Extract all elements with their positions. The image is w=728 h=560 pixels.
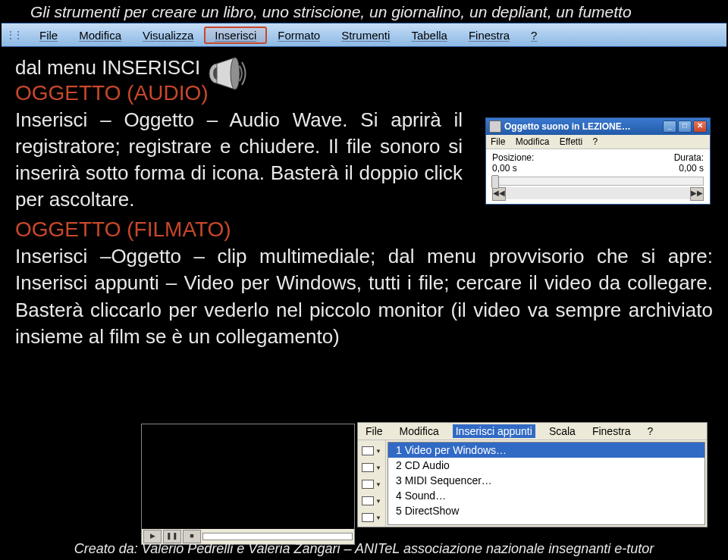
insert-window-toolbar: ▼ ▼ ▼ ▼ ▼ xyxy=(358,440,386,527)
video-seek-slider[interactable] xyxy=(202,533,353,540)
heading-oggetto-audio: OGGETTO (AUDIO) xyxy=(15,81,713,105)
minimize-button[interactable]: _ xyxy=(663,120,676,133)
iw-menu-file[interactable]: File xyxy=(362,424,386,438)
menuitem-help[interactable]: ? xyxy=(520,27,548,43)
value-posizione: 0,00 s xyxy=(492,163,517,174)
tool-rect-1[interactable]: ▼ xyxy=(362,443,381,458)
dropdown-arrow-icon: ▼ xyxy=(375,448,381,455)
insert-appunti-window: File Modifica Inserisci appunti Scala Fi… xyxy=(357,422,708,527)
iw-menu-modifica[interactable]: Modifica xyxy=(397,424,442,438)
tool-rect-5[interactable]: ▼ xyxy=(362,510,381,525)
svg-point-2 xyxy=(231,58,240,89)
close-button[interactable]: ✕ xyxy=(693,120,707,133)
audio-menu-file[interactable]: File xyxy=(491,136,505,147)
paragraph-audio: Inserisci – Oggetto – Audio Wave. Si apr… xyxy=(15,107,463,213)
dropdown-item-cd-audio[interactable]: 2 CD Audio xyxy=(388,458,704,473)
menubar-grip-icon: ⋮⋮ xyxy=(6,30,21,40)
page-header-title: Gli strumenti per creare un libro, uno s… xyxy=(0,0,728,23)
paragraph-filmato: Inserisci –Oggetto – clip multimediale; … xyxy=(15,243,713,349)
audio-recorder-window: Oggetto suono in LEZIONE… _ □ ✕ File Mod… xyxy=(485,117,711,205)
menuitem-tabella[interactable]: Tabella xyxy=(400,27,458,43)
iw-menu-finestra[interactable]: Finestra xyxy=(589,424,634,438)
insert-appunti-dropdown: 1 Video per Windows… 2 CD Audio 3 MIDI S… xyxy=(388,442,705,525)
dropdown-item-video-windows[interactable]: 1 Video per Windows… xyxy=(388,443,704,458)
label-durata: Durata: xyxy=(674,152,704,163)
dropdown-item-directshow[interactable]: 5 DirectShow xyxy=(388,503,704,518)
audio-position-slider[interactable] xyxy=(492,177,704,186)
dropdown-item-sound[interactable]: 4 Sound… xyxy=(388,488,704,503)
dropdown-arrow-icon: ▼ xyxy=(375,481,381,488)
menuitem-strumenti[interactable]: Strumenti xyxy=(331,27,400,43)
dropdown-arrow-icon: ▼ xyxy=(375,515,381,521)
tool-rect-3[interactable]: ▼ xyxy=(362,477,381,492)
menuitem-modifica[interactable]: Modifica xyxy=(68,27,132,43)
page-footer: Creato da: Valerio Pedrelli e Valeria Za… xyxy=(0,541,728,557)
menuitem-inserisci[interactable]: Inserisci xyxy=(204,27,267,44)
menuitem-formato[interactable]: Formato xyxy=(267,27,331,43)
audio-scroll-track: ◀◀ ▶▶ xyxy=(492,187,704,199)
dropdown-arrow-icon: ▼ xyxy=(375,498,381,505)
audio-window-titlebar[interactable]: Oggetto suono in LEZIONE… _ □ ✕ xyxy=(486,118,710,135)
dropdown-item-midi[interactable]: 3 MIDI Sequencer… xyxy=(388,473,704,488)
audio-window-body: Posizione: Durata: 0,00 s 0,00 s ◀◀ ▶▶ xyxy=(486,149,710,204)
tool-rect-2[interactable]: ▼ xyxy=(362,460,381,475)
menuitem-visualizza[interactable]: Visualizza xyxy=(132,27,204,43)
menuitem-file[interactable]: File xyxy=(29,27,68,43)
audio-window-menubar: File Modifica Effetti ? xyxy=(486,135,710,149)
iw-menu-scala[interactable]: Scala xyxy=(546,424,579,438)
audio-menu-help[interactable]: ? xyxy=(593,136,598,147)
speaker-icon xyxy=(206,55,247,92)
app-menubar: ⋮⋮ File Modifica Visualizza Inserisci Fo… xyxy=(2,23,726,47)
insert-window-menubar: File Modifica Inserisci appunti Scala Fi… xyxy=(358,423,707,440)
menuitem-finestra[interactable]: Finestra xyxy=(458,27,520,43)
label-posizione: Posizione: xyxy=(492,152,534,163)
text-dal-menu: dal menu INSERISCI xyxy=(15,56,713,80)
slider-thumb-icon[interactable] xyxy=(491,175,499,189)
iw-menu-help[interactable]: ? xyxy=(644,424,656,438)
tool-rect-4[interactable]: ▼ xyxy=(362,493,381,508)
seek-fwd-button[interactable]: ▶▶ xyxy=(690,187,704,201)
iw-menu-inserisci-appunti[interactable]: Inserisci appunti xyxy=(453,424,535,438)
dropdown-arrow-icon: ▼ xyxy=(375,465,381,471)
audio-menu-modifica[interactable]: Modifica xyxy=(516,136,550,147)
audio-window-icon xyxy=(489,120,501,133)
audio-menu-effetti[interactable]: Effetti xyxy=(560,136,582,147)
audio-window-title: Oggetto suono in LEZIONE… xyxy=(504,121,663,132)
seek-back-button[interactable]: ◀◀ xyxy=(492,187,506,201)
maximize-button[interactable]: □ xyxy=(678,120,692,133)
video-preview-window: ▶ ❚❚ ■ xyxy=(141,424,355,545)
heading-oggetto-filmato: OGGETTO (FILMATO) xyxy=(15,217,713,242)
value-durata: 0,00 s xyxy=(679,163,704,174)
